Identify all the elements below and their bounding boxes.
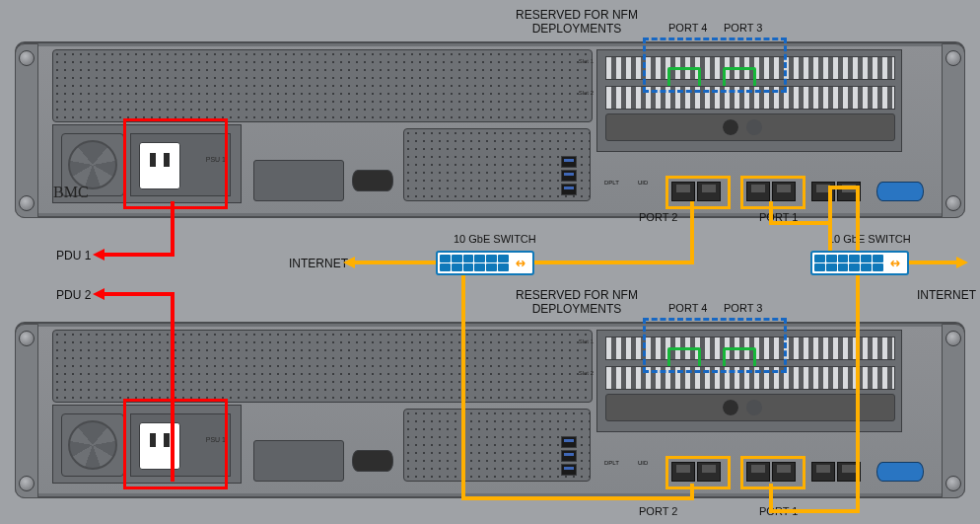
vga-port-icon [876, 462, 924, 482]
optical-drive [605, 394, 895, 421]
pcie-slot-1 [605, 337, 895, 360]
rack-ear [942, 43, 965, 218]
screw [19, 195, 35, 211]
optical-drive [605, 113, 895, 141]
switch-right [810, 251, 909, 275]
rj45-port-1b [772, 182, 796, 201]
power-cable [105, 292, 175, 296]
screw [945, 195, 961, 211]
port2-label-s1: PORT 2 [639, 211, 677, 223]
psu-bay: PSU 1 [52, 405, 242, 484]
usb-port-icon [561, 464, 577, 476]
reserved-label-top: RESERVED FOR NFM DEPLOYMENTS [513, 8, 641, 36]
switch-port [440, 255, 451, 262]
uid-label: UID [638, 460, 648, 466]
server-2-chassis: PSU 1 Slot 1 Slot 2 DPLT UID [15, 322, 965, 498]
usb-port-icon [561, 156, 577, 168]
ilo-port [811, 462, 835, 482]
io-block [253, 160, 344, 201]
uplink-icon [511, 255, 530, 271]
psu-label: PSU 1 [206, 436, 226, 443]
dplt-label: DPLT [604, 460, 619, 466]
ilo-port-b [837, 462, 861, 482]
usb-port-icon [561, 184, 577, 195]
ilo-port [811, 182, 835, 201]
ilo-port-b [837, 182, 861, 201]
rj45-port-2 [671, 462, 695, 482]
bmc-label: BMC [53, 184, 89, 201]
io-block [253, 440, 344, 482]
pcie-slot-2 [605, 86, 895, 110]
internet-label-left: INTERNET [289, 257, 348, 270]
screw [945, 476, 961, 491]
usb-port-icon [561, 436, 577, 448]
rj45-port-2b [697, 182, 721, 201]
dplt-label: DPLT [604, 180, 619, 186]
vent-mesh [52, 330, 593, 403]
rj45-port-1 [746, 462, 770, 482]
diagram-root: RESERVED FOR NFM DEPLOYMENTS PORT 4 PORT… [0, 0, 980, 524]
internet-label-right: INTERNET [917, 288, 976, 302]
power-cable [105, 253, 175, 257]
vent-mesh [52, 49, 593, 122]
slot2-label: Slot 2 [579, 370, 594, 376]
arrow-icon [93, 249, 105, 261]
uid-label: UID [638, 180, 648, 186]
reserved-label-mid: RESERVED FOR NFM DEPLOYMENTS [513, 288, 641, 316]
uplink-icon [885, 255, 905, 271]
pdu2-label: PDU 2 [56, 288, 91, 302]
rj45-port-1 [746, 182, 770, 201]
net-cable [534, 261, 694, 264]
slot1-label: Slot 1 [579, 338, 594, 344]
slot2-label: Slot 2 [579, 90, 594, 96]
screw [19, 50, 35, 66]
rj45-port-2 [671, 182, 695, 201]
rj45-port-1b [772, 462, 796, 482]
psu-label: PSU 1 [206, 156, 226, 163]
net-cable [909, 261, 956, 264]
pcie-slot-2 [605, 366, 895, 390]
switch-label-left: 10 GbE SWITCH [454, 233, 536, 245]
rack-ear [15, 43, 38, 218]
switch-left [436, 251, 534, 275]
port1-label-s1: PORT 1 [759, 211, 798, 223]
pcie-slot-1 [605, 56, 895, 80]
net-cable [355, 261, 436, 264]
screw [945, 331, 961, 346]
slot1-label: Slot 1 [579, 58, 594, 64]
rack-ear [942, 324, 965, 498]
switch-label-right: 10 GbE SWITCH [828, 233, 911, 245]
pcie-cage: Slot 1 Slot 2 [596, 49, 902, 152]
vga-port-icon [876, 182, 924, 201]
port4-label-mid: PORT 4 [668, 302, 707, 314]
port2-label-s2: PORT 2 [639, 505, 677, 517]
pcie-cage: Slot 1 Slot 2 [596, 330, 902, 432]
screw [19, 476, 35, 491]
power-inlet-icon [139, 142, 180, 189]
arrow-icon [93, 288, 105, 300]
power-inlet-icon [139, 422, 180, 470]
psu-slot: PSU 1 [130, 133, 231, 196]
arrow-icon [956, 257, 968, 268]
server-1-chassis: PSU 1 Slot 1 Slot 2 DPLT UID [15, 41, 965, 218]
port1-label-s2: PORT 1 [759, 505, 798, 517]
psu-slot: PSU 1 [130, 413, 231, 477]
screw [19, 331, 35, 346]
psu-fan-icon [61, 413, 124, 477]
usb-port-icon [561, 450, 577, 462]
port3-label-mid: PORT 3 [724, 302, 762, 314]
serial-port-icon [352, 450, 393, 472]
switch-ports [814, 255, 883, 271]
port4-label-top: PORT 4 [668, 22, 707, 34]
pdu1-label: PDU 1 [56, 249, 91, 262]
screw [945, 50, 961, 66]
serial-port-icon [352, 170, 393, 191]
rack-ear [15, 324, 38, 498]
switch-ports [440, 255, 509, 271]
port3-label-top: PORT 3 [724, 22, 762, 34]
usb-port-icon [561, 170, 577, 182]
rj45-port-2b [697, 462, 721, 482]
